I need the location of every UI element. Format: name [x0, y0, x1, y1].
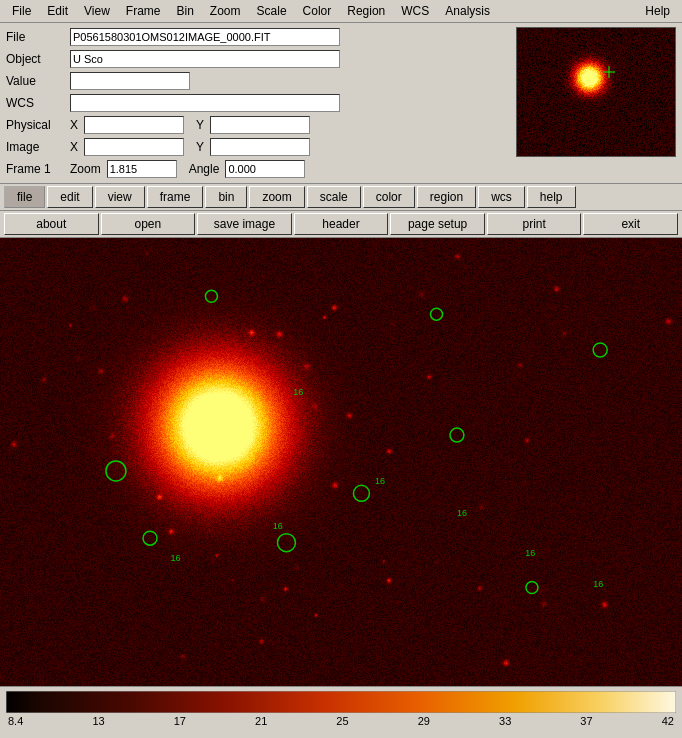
frame-label: Frame 1 [6, 162, 66, 176]
physical-x-input[interactable] [84, 116, 184, 134]
image-y-label: Y [196, 140, 204, 154]
act-open[interactable]: open [101, 213, 196, 235]
image-row: Image X Y [6, 137, 506, 157]
act-page-setup[interactable]: page setup [390, 213, 485, 235]
tb-region[interactable]: region [417, 186, 476, 208]
info-panel: File Object Value WCS Physical X Y Image [0, 23, 682, 184]
colorbar-label-6: 33 [499, 715, 511, 727]
physical-row: Physical X Y [6, 115, 506, 135]
file-label: File [6, 30, 66, 44]
menu-scale[interactable]: Scale [249, 2, 295, 20]
physical-x-label: X [70, 118, 78, 132]
main-image[interactable] [0, 238, 682, 686]
actionbar: about open save image header page setup … [0, 211, 682, 238]
colorbar-label-8: 42 [662, 715, 674, 727]
info-fields: File Object Value WCS Physical X Y Image [6, 27, 506, 179]
menu-zoom[interactable]: Zoom [202, 2, 249, 20]
tb-file[interactable]: file [4, 186, 45, 208]
image-y-input[interactable] [210, 138, 310, 156]
image-label: Image [6, 140, 66, 154]
menu-view[interactable]: View [76, 2, 118, 20]
tb-bin[interactable]: bin [205, 186, 247, 208]
act-save-image[interactable]: save image [197, 213, 292, 235]
menu-color[interactable]: Color [295, 2, 340, 20]
tb-view[interactable]: view [95, 186, 145, 208]
tb-help[interactable]: help [527, 186, 576, 208]
colorbar-label-0: 8.4 [8, 715, 23, 727]
thumbnail [516, 27, 676, 157]
zoom-label: Zoom [70, 162, 101, 176]
file-input[interactable] [70, 28, 340, 46]
tb-zoom[interactable]: zoom [249, 186, 304, 208]
colorbar-label-2: 17 [174, 715, 186, 727]
act-about[interactable]: about [4, 213, 99, 235]
menu-wcs[interactable]: WCS [393, 2, 437, 20]
value-label: Value [6, 74, 66, 88]
menu-region[interactable]: Region [339, 2, 393, 20]
tb-color[interactable]: color [363, 186, 415, 208]
frame-row: Frame 1 Zoom Angle [6, 159, 506, 179]
object-label: Object [6, 52, 66, 66]
act-print[interactable]: print [487, 213, 582, 235]
main-image-canvas [0, 238, 682, 686]
value-row: Value [6, 71, 506, 91]
angle-label: Angle [189, 162, 220, 176]
toolbar: file edit view frame bin zoom scale colo… [0, 184, 682, 211]
colorbar-canvas [6, 691, 676, 713]
menu-bin[interactable]: Bin [169, 2, 202, 20]
wcs-label: WCS [6, 96, 66, 110]
zoom-input[interactable] [107, 160, 177, 178]
image-x-label: X [70, 140, 78, 154]
colorbar-label-7: 37 [580, 715, 592, 727]
value-input[interactable] [70, 72, 190, 90]
colorbar-label-3: 21 [255, 715, 267, 727]
act-header[interactable]: header [294, 213, 389, 235]
act-exit[interactable]: exit [583, 213, 678, 235]
file-row: File [6, 27, 506, 47]
colorbar-label-5: 29 [418, 715, 430, 727]
colorbar-labels: 8.4 13 17 21 25 29 33 37 42 [4, 715, 678, 727]
angle-input[interactable] [225, 160, 305, 178]
tb-frame[interactable]: frame [147, 186, 204, 208]
colorbar-label-4: 25 [336, 715, 348, 727]
menu-edit[interactable]: Edit [39, 2, 76, 20]
menubar: File Edit View Frame Bin Zoom Scale Colo… [0, 0, 682, 23]
object-row: Object [6, 49, 506, 69]
menu-frame[interactable]: Frame [118, 2, 169, 20]
wcs-row: WCS [6, 93, 506, 113]
physical-y-label: Y [196, 118, 204, 132]
wcs-input[interactable] [70, 94, 340, 112]
colorbar-area: 8.4 13 17 21 25 29 33 37 42 [0, 686, 682, 738]
tb-edit[interactable]: edit [47, 186, 92, 208]
colorbar-label-1: 13 [92, 715, 104, 727]
image-x-input[interactable] [84, 138, 184, 156]
physical-y-input[interactable] [210, 116, 310, 134]
menu-help[interactable]: Help [637, 2, 678, 20]
menu-analysis[interactable]: Analysis [437, 2, 498, 20]
menu-file[interactable]: File [4, 2, 39, 20]
physical-label: Physical [6, 118, 66, 132]
thumbnail-canvas [517, 28, 676, 157]
tb-scale[interactable]: scale [307, 186, 361, 208]
object-input[interactable] [70, 50, 340, 68]
tb-wcs[interactable]: wcs [478, 186, 525, 208]
